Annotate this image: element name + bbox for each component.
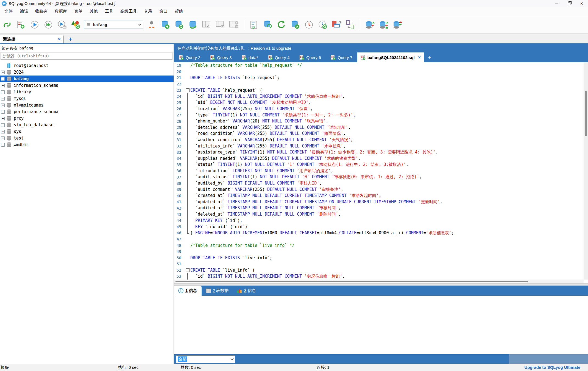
upgrade-banner[interactable]: 在启动和关闭时没有烦人的屏幕出现。 : Reason #1 to upgrade [174, 44, 588, 52]
tree-item[interactable]: +test [0, 135, 174, 141]
query-tab[interactable]: Query 6 [294, 52, 326, 62]
expand-icon[interactable]: + [1, 136, 5, 140]
upgrade-link[interactable]: Upgrade to SQLyog Ultimate [524, 365, 580, 370]
connect-icon[interactable] [2, 19, 13, 31]
expand-icon[interactable]: + [1, 110, 5, 114]
create-database-icon[interactable] [160, 19, 171, 31]
history-icon[interactable] [303, 19, 314, 31]
query-builder-icon[interactable] [262, 19, 273, 31]
new-query-tab-button[interactable]: + [424, 52, 435, 62]
tree-item[interactable]: +stu_tea_database [0, 122, 174, 128]
vertical-scroll-thumb[interactable] [585, 91, 587, 136]
minimize-button[interactable] [550, 0, 563, 7]
object-browser-sidebar: 筛选表格 bafang root@localhost+2024+bafang+i… [0, 44, 174, 364]
backup-database-icon[interactable] [187, 19, 198, 31]
menu-item[interactable]: 交易 [141, 8, 155, 15]
tree-item[interactable]: +olympicgames [0, 102, 174, 108]
create-table-icon[interactable] [201, 19, 212, 31]
query-tab[interactable]: Query 7 [326, 52, 357, 62]
tree-item-root[interactable]: root@localhost [0, 62, 174, 69]
query-profiler-icon[interactable] [70, 19, 81, 31]
expand-icon[interactable]: + [1, 130, 5, 133]
expand-icon[interactable]: + [1, 84, 5, 87]
notifications-icon[interactable] [331, 19, 342, 31]
alter-table-icon[interactable] [215, 19, 226, 31]
data-sync-icon[interactable] [365, 19, 376, 31]
alter-database-icon[interactable] [174, 19, 185, 31]
tree-item[interactable]: +bafang [0, 76, 174, 82]
query-tab-active[interactable]: bafangSQL20241102.sql× [357, 52, 424, 62]
tree-item[interactable]: +prcy [0, 115, 174, 122]
job-sync-icon[interactable] [392, 19, 403, 31]
table-advanced-icon[interactable] [228, 19, 239, 31]
result-area[interactable] [174, 296, 588, 354]
tree-item[interactable]: +library [0, 89, 174, 95]
scheduled-backup-icon[interactable] [317, 19, 328, 31]
editor-vertical-scrollbar[interactable] [584, 62, 588, 280]
menu-item[interactable]: 数据库 [51, 8, 70, 15]
expand-icon[interactable]: + [1, 123, 5, 127]
connection-tab-close-icon[interactable]: × [58, 37, 61, 42]
expand-icon[interactable]: + [1, 104, 5, 107]
execute-all-queries-icon[interactable] [43, 19, 54, 31]
query-tab-label: bafangSQL20241102.sql [367, 55, 415, 60]
code-area[interactable]: 19/*Table structure for table `help_requ… [174, 62, 584, 280]
horizontal-scroll-thumb[interactable] [175, 281, 528, 282]
fold-collapse-icon[interactable] [185, 87, 190, 93]
new-connection-tab-button[interactable]: + [69, 36, 72, 43]
expand-icon[interactable]: + [1, 97, 5, 101]
menu-item[interactable]: 高级工具 [117, 8, 140, 15]
result-tab[interactable]: 2 表数据 [202, 286, 233, 296]
tree-item[interactable]: +2024 [0, 69, 174, 76]
expand-icon[interactable]: + [1, 117, 5, 120]
query-tab[interactable]: Query 3 [205, 52, 236, 62]
code-line: 38 `audited_by` BIGINT DEFAULT NULL COMM… [174, 180, 584, 186]
menu-item[interactable]: 收藏夹 [32, 8, 51, 15]
database-tree[interactable]: root@localhost+2024+bafang+information_s… [0, 61, 174, 364]
tab-close-icon[interactable]: × [418, 55, 421, 60]
close-button[interactable]: × [575, 0, 588, 7]
visual-compare-icon[interactable] [345, 19, 356, 31]
tree-item[interactable]: +sys [0, 128, 174, 135]
menu-item[interactable]: 编辑 [16, 8, 31, 15]
query-doc-icon [331, 55, 336, 60]
query-tab[interactable]: data* [237, 52, 263, 62]
result-tab[interactable]: 3 信息 [233, 286, 260, 296]
fold-collapse-icon[interactable] [185, 267, 190, 274]
menu-item[interactable]: 窗口 [156, 8, 171, 15]
menu-item[interactable]: 文件 [1, 8, 16, 15]
result-tab-label: 2 表数据 [213, 288, 229, 293]
connection-tab[interactable]: 新连接 × [0, 35, 64, 43]
query-tab[interactable]: Query 2 [174, 52, 205, 62]
tree-item[interactable]: +performance_schema [0, 108, 174, 115]
tree-item[interactable]: +information_schema [0, 82, 174, 89]
editor-horizontal-scrollbar[interactable] [174, 280, 584, 283]
schema-sync-icon[interactable] [378, 19, 389, 31]
menu-item[interactable]: 帮助 [171, 8, 186, 15]
menu-item[interactable]: 工具 [102, 8, 116, 15]
refresh-icon[interactable] [276, 19, 287, 31]
tree-item[interactable]: +wmdbms [0, 141, 174, 148]
expand-icon[interactable]: + [1, 90, 5, 94]
new-query-editor-icon[interactable] [15, 19, 26, 31]
restore-button[interactable] [563, 0, 575, 7]
sql-editor[interactable]: 19/*Table structure for table `help_requ… [174, 62, 588, 283]
expand-icon[interactable]: + [1, 71, 5, 74]
query-tab[interactable]: Query 4 [263, 52, 294, 62]
menu-item[interactable]: 其他 [86, 8, 101, 15]
execute-query-icon[interactable] [29, 19, 40, 31]
result-tab[interactable]: i1 信息 [174, 286, 202, 296]
result-filter-combobox[interactable]: 全部 [176, 355, 235, 363]
schema-designer-icon[interactable] [249, 19, 260, 31]
filter-input[interactable] [1, 52, 172, 60]
explain-query-icon[interactable] [57, 19, 68, 31]
expand-icon[interactable]: + [1, 77, 5, 81]
tree-item[interactable]: +mysql [0, 95, 174, 102]
user-manager-icon[interactable] [146, 19, 157, 31]
menu-item[interactable]: 表单 [71, 8, 86, 15]
keep-alive-icon[interactable] [290, 19, 301, 31]
database-combobox[interactable]: bafang [84, 21, 143, 29]
horizontal-splitter[interactable] [174, 283, 588, 286]
expand-icon[interactable]: + [1, 143, 5, 147]
fold-gutter [185, 205, 190, 211]
